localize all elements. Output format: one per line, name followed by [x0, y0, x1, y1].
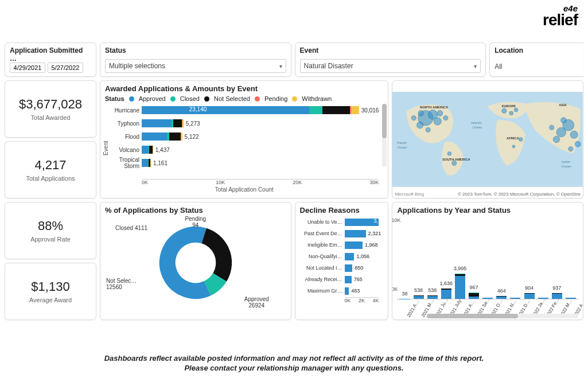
legend-dot-notselected [204, 96, 209, 102]
svg-point-5 [437, 110, 443, 116]
chart-scrollbar[interactable] [427, 314, 578, 318]
legend-dot-withdrawn [292, 96, 297, 102]
map-attribution: © 2023 TomTom, © 2023 Microsoft Corporat… [458, 192, 581, 197]
kpi-label: Total Awarded [31, 114, 71, 121]
filter-event-value: Natural Disaster [304, 62, 353, 70]
kpi-value: 4,217 [34, 158, 66, 173]
legend-dot-approved [129, 96, 134, 102]
y-tick-label: 10K [392, 217, 400, 223]
svg-text:AFRICA: AFRICA [507, 137, 520, 140]
svg-point-9 [412, 116, 416, 120]
chart-decline-reasons[interactable]: Decline Reasons Unable to Ve…3,745Past E… [295, 202, 389, 320]
svg-text:Pacific: Pacific [398, 141, 407, 145]
map-visual[interactable]: NORTH AMERICA EUROPE ASIA AFRICA SOUTH A… [392, 80, 583, 198]
kpi-label: Approval Rate [30, 236, 71, 243]
year-plot-area: 382021 A…5382021 M…5382021 Ju…1,6362021 … [397, 231, 578, 299]
svg-text:Indian: Indian [562, 160, 571, 163]
donut-plot: Pending94 Closed 4111 Not Selec…12560 Ap… [105, 217, 286, 309]
svg-text:Ocean: Ocean [473, 126, 482, 129]
chart-legend: Status Approved Closed Not Selected Pend… [105, 95, 383, 102]
svg-text:SOUTH AMERICA: SOUTH AMERICA [442, 158, 471, 161]
filter-status-label: Status [105, 46, 286, 54]
svg-point-7 [426, 127, 430, 132]
chart-awarded-by-event[interactable]: Awarded Applications & Amounts by Event … [100, 80, 388, 198]
svg-point-13 [509, 111, 513, 115]
brand-logo: e4e relief [543, 5, 578, 27]
kpi-total-awarded: $3,677,028 Total Awarded [5, 80, 96, 138]
chart-title: Awarded Applications & Amounts by Event [105, 84, 383, 93]
svg-point-3 [434, 118, 442, 125]
svg-point-12 [502, 108, 507, 113]
kpi-value: $3,677,028 [19, 97, 82, 112]
chevron-down-icon: ▾ [279, 63, 282, 69]
date-to-input[interactable]: 5/27/2022 [48, 63, 83, 73]
world-map: NORTH AMERICA EUROPE ASIA AFRICA SOUTH A… [392, 81, 583, 198]
svg-point-8 [418, 110, 424, 116]
svg-point-18 [556, 127, 566, 137]
filter-status: Status Multiple selections ▾ [100, 42, 291, 77]
legend-dot-pending [255, 96, 260, 102]
filter-location: Location All [489, 42, 583, 77]
svg-point-15 [519, 138, 523, 142]
svg-point-23 [550, 125, 554, 130]
svg-point-21 [575, 141, 581, 147]
x-axis-ticks: 0K10K20K30K [142, 180, 379, 185]
kpi-average-award: $1,130 Average Award [5, 263, 96, 320]
svg-text:EUROPE: EUROPE [502, 104, 516, 108]
kpi-value: $1,130 [31, 279, 69, 294]
chart-title: Decline Reasons [300, 206, 384, 215]
brand-bottom: relief [543, 13, 578, 27]
filter-event: Event Natural Disaster ▾ [295, 42, 486, 77]
chart-title: % of Applications by Status [105, 206, 286, 215]
chart-scrollbar[interactable] [382, 104, 387, 167]
svg-text:Ocean: Ocean [562, 165, 571, 168]
svg-text:NORTH AMERICA: NORTH AMERICA [420, 106, 449, 109]
donut-label-notselected: Not Selec…12560 [106, 278, 137, 290]
chart-pct-by-status[interactable]: % of Applications by Status Pending94 Cl… [100, 202, 291, 320]
filter-status-value: Multiple selections [109, 62, 165, 70]
bar-plot-area: Hurricane30,01623,140Typhoon5,273Flood5,… [142, 104, 379, 179]
filter-dates-label: Application Submitted … [10, 46, 91, 63]
svg-text:ASIA: ASIA [559, 103, 568, 107]
chart-title: Applications by Year and Status [397, 206, 578, 215]
date-from-input[interactable]: 4/29/2021 [10, 63, 45, 73]
donut-label-pending: Pending94 [185, 216, 206, 228]
svg-point-19 [570, 131, 578, 138]
chart-apps-by-year[interactable]: Applications by Year and Status 10K 0K 3… [392, 202, 583, 320]
footer-line1: Dashboards reflect available posted info… [0, 354, 588, 364]
svg-point-20 [554, 136, 560, 143]
map-provider: Microsoft Bing [395, 192, 424, 197]
donut-label-approved: Approved26924 [244, 296, 269, 309]
svg-point-22 [561, 118, 567, 123]
decline-plot-area: Unable to Ve…3,745Past Event De…2,321Ine… [345, 217, 381, 296]
filter-location-value: All [494, 63, 502, 71]
svg-point-4 [417, 122, 424, 128]
kpi-label: Total Applications [26, 175, 75, 182]
legend-dot-closed [170, 96, 176, 102]
donut-label-closed: Closed 4111 [115, 225, 147, 231]
kpi-label: Average Award [29, 297, 72, 303]
svg-point-16 [512, 145, 515, 148]
x-axis-ticks: 0K2K4K [345, 298, 379, 303]
svg-point-14 [515, 108, 519, 112]
footer-line2: Please contact your relationship manager… [0, 364, 588, 373]
kpi-total-applications: 4,217 Total Applications [5, 141, 96, 198]
kpi-value: 88% [38, 219, 63, 233]
filter-event-label: Event [300, 46, 481, 54]
filter-dates: Application Submitted … 4/29/2021 5/27/2… [5, 42, 96, 77]
chevron-down-icon: ▾ [474, 63, 477, 69]
svg-point-6 [443, 116, 448, 120]
x-axis-label: Total Application Count [105, 186, 383, 193]
kpi-approval-rate: 88% Approval Rate [5, 202, 96, 259]
svg-point-11 [448, 152, 452, 156]
filter-location-select[interactable]: All [494, 60, 579, 73]
footer-disclaimer: Dashboards reflect available posted info… [0, 354, 588, 373]
filter-location-label: Location [494, 46, 579, 54]
filter-event-select[interactable]: Natural Disaster ▾ [300, 59, 481, 73]
svg-point-24 [568, 146, 573, 151]
filter-status-select[interactable]: Multiple selections ▾ [105, 59, 286, 73]
svg-text:Ocean: Ocean [398, 146, 407, 149]
svg-point-10 [452, 161, 457, 165]
svg-text:Atlantic: Atlantic [470, 121, 482, 124]
